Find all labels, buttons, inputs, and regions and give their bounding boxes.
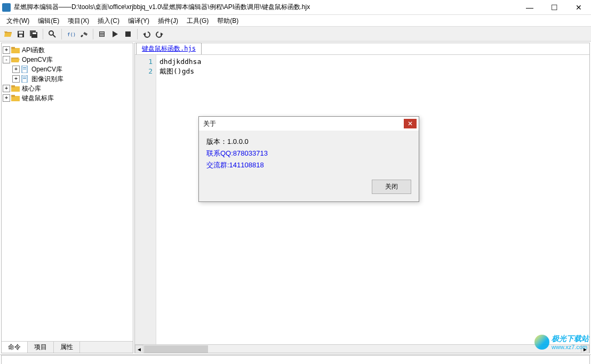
- svg-rect-31: [11, 95, 15, 97]
- svg-rect-13: [100, 35, 104, 36]
- svg-marker-14: [113, 31, 118, 37]
- separator: [43, 29, 43, 39]
- tab-project[interactable]: 项目: [28, 342, 54, 353]
- about-qq-link[interactable]: 联系QQ:878033713: [206, 148, 411, 159]
- menu-compile[interactable]: 编译(Y): [124, 15, 154, 27]
- menu-help[interactable]: 帮助(B): [213, 15, 243, 27]
- open-icon[interactable]: [2, 28, 14, 40]
- svg-text:f(): f(): [67, 32, 75, 37]
- menu-plugin[interactable]: 插件(J): [154, 15, 182, 27]
- tab-command[interactable]: 命令: [2, 342, 28, 353]
- tree-label: OpenCV库: [22, 55, 53, 64]
- svg-marker-21: [11, 59, 20, 62]
- menu-project[interactable]: 项目(X): [63, 15, 93, 27]
- window-title: 星燃脚本编辑器——D:\tools\桌面\office\xrjbbjq_v1.0…: [14, 3, 517, 12]
- tree-label: 核心库: [22, 84, 41, 93]
- svg-rect-24: [23, 69, 26, 69]
- menu-edit[interactable]: 编辑(E): [34, 15, 63, 27]
- save-icon[interactable]: [15, 28, 27, 40]
- dialog-title: 关于: [203, 119, 216, 128]
- svg-rect-12: [100, 34, 104, 35]
- tree-node-opencv-lib[interactable]: + OpenCV库: [12, 64, 132, 74]
- stop-icon[interactable]: [122, 28, 134, 40]
- folder-open-icon: [11, 56, 20, 63]
- tree-label: 图像识别库: [31, 75, 63, 84]
- save-all-icon[interactable]: [28, 28, 39, 40]
- about-group-link[interactable]: 交流群:141108818: [206, 159, 411, 171]
- settings-icon[interactable]: [78, 28, 90, 40]
- editor-tab-active[interactable]: 键盘鼠标函数.hjs: [136, 43, 202, 54]
- menu-insert[interactable]: 插入(C): [93, 15, 124, 27]
- titlebar: 星燃脚本编辑器——D:\tools\桌面\office\xrjbbjq_v1.0…: [0, 0, 591, 15]
- svg-rect-19: [11, 47, 15, 49]
- plus-icon[interactable]: +: [3, 46, 10, 54]
- bottom-panel: 【编译】开始编译…… 【编译】运行脚本…… 欢迎使用《华捷中文脚本引擎》 版本：…: [0, 354, 591, 364]
- code-line: dhdjkddhsa: [159, 57, 589, 67]
- dialog-close-button[interactable]: ✕: [404, 119, 417, 128]
- svg-line-7: [53, 35, 55, 37]
- dialog-body: 版本：1.0.0.0 联系QQ:878033713 交流群:141108818: [199, 131, 419, 180]
- scroll-thumb[interactable]: [144, 345, 208, 353]
- svg-rect-26: [23, 77, 26, 77]
- svg-rect-9: [83, 32, 87, 36]
- left-tabs: 命令 项目 属性: [2, 341, 133, 353]
- tree-view[interactable]: + API函数 - OpenCV库 + OpenCV库 + 图像识别库: [2, 43, 133, 341]
- tree-node-opencv[interactable]: - OpenCV库: [3, 55, 132, 64]
- tree-label: OpenCV库: [31, 65, 62, 74]
- separator: [61, 29, 62, 39]
- redo-icon[interactable]: [154, 28, 165, 40]
- svg-rect-11: [100, 32, 104, 33]
- folder-icon: [11, 85, 20, 92]
- build-icon[interactable]: [97, 28, 108, 40]
- separator: [93, 29, 93, 39]
- undo-icon[interactable]: [141, 28, 153, 40]
- minus-icon[interactable]: -: [3, 56, 10, 63]
- tree-label: 键盘鼠标库: [22, 94, 54, 103]
- minimize-button[interactable]: —: [517, 0, 542, 15]
- horizontal-scrollbar[interactable]: ◄ ►: [135, 344, 589, 353]
- svg-rect-15: [125, 31, 131, 37]
- menubar: 文件(W) 编辑(E) 项目(X) 插入(C) 编译(Y) 插件(J) 工具(G…: [0, 15, 591, 27]
- folder-icon: [11, 94, 20, 102]
- menu-tools[interactable]: 工具(G): [182, 15, 213, 27]
- svg-rect-5: [33, 33, 36, 34]
- dialog-titlebar[interactable]: 关于 ✕: [199, 117, 419, 131]
- svg-rect-1: [19, 31, 23, 34]
- output-log[interactable]: 【编译】开始编译…… 【编译】运行脚本…… 欢迎使用《华捷中文脚本引擎》 版本：…: [1, 355, 590, 364]
- tree-node-keyboard[interactable]: + 键盘鼠标库: [3, 93, 132, 103]
- about-version: 版本：1.0.0.0: [206, 136, 411, 148]
- line-number: 1: [135, 57, 153, 67]
- run-icon[interactable]: [109, 28, 121, 40]
- dialog-button-row: 关闭: [199, 180, 419, 201]
- toolbar: f(): [0, 27, 591, 42]
- tree-label: API函数: [22, 46, 45, 55]
- tree-node-imgrec[interactable]: + 图像识别库: [12, 74, 132, 84]
- maximize-button[interactable]: ☐: [542, 0, 566, 15]
- file-icon: [21, 66, 29, 73]
- plus-icon[interactable]: +: [12, 66, 20, 73]
- dialog-close-ok-button[interactable]: 关闭: [372, 180, 411, 194]
- left-panel: + API函数 - OpenCV库 + OpenCV库 + 图像识别库: [1, 43, 133, 353]
- search-icon[interactable]: [46, 28, 58, 40]
- folder-icon: [11, 46, 20, 54]
- scroll-right-icon[interactable]: ►: [581, 345, 589, 353]
- svg-rect-23: [23, 67, 26, 68]
- plus-icon[interactable]: +: [3, 85, 10, 92]
- svg-rect-2: [19, 35, 22, 37]
- editor-tabs: 键盘鼠标函数.hjs: [135, 43, 589, 55]
- about-dialog: 关于 ✕ 版本：1.0.0.0 联系QQ:878033713 交流群:14110…: [198, 116, 419, 202]
- plus-icon[interactable]: +: [3, 94, 10, 102]
- close-button[interactable]: ✕: [566, 0, 591, 15]
- function-icon[interactable]: f(): [65, 28, 77, 40]
- menu-file[interactable]: 文件(W): [2, 15, 34, 27]
- scroll-left-icon[interactable]: ◄: [135, 345, 143, 353]
- tree-node-core[interactable]: + 核心库: [3, 84, 132, 93]
- app-icon: [2, 3, 11, 12]
- svg-point-6: [49, 31, 53, 35]
- tree-node-api[interactable]: + API函数: [3, 45, 132, 55]
- svg-rect-29: [11, 85, 15, 87]
- tab-attr[interactable]: 属性: [54, 342, 80, 353]
- code-line: 戴图()gds: [159, 67, 589, 76]
- plus-icon[interactable]: +: [12, 75, 20, 83]
- line-gutter: 1 2: [135, 55, 156, 344]
